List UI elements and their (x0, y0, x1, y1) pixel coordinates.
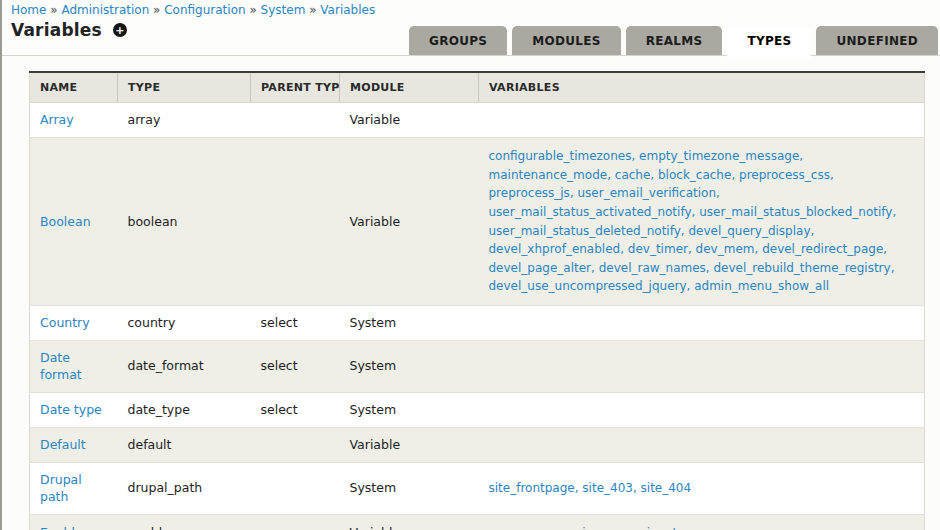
variable-link[interactable]: maintenance_mode (489, 168, 608, 182)
name-cell: Drupal path (30, 463, 118, 515)
variable-type-link[interactable]: Date type (40, 402, 102, 417)
title-row: Variables + (11, 20, 127, 40)
variable-type-link[interactable]: Date format (40, 350, 82, 381)
variable-link[interactable]: user_mail_status_activated_notify (489, 205, 692, 219)
table-row: Drupal pathdrupal_pathSystemsite_frontpa… (30, 463, 925, 515)
column-header: VARIABLES (479, 72, 925, 103)
name-cell: Date format (30, 341, 118, 393)
module-cell: System (340, 306, 479, 341)
tab-types[interactable]: TYPES (727, 26, 811, 59)
table-body: ArrayarrayVariableBooleanbooleanVariable… (30, 103, 925, 530)
breadcrumb-separator: » (46, 3, 61, 17)
type-cell: country (118, 306, 251, 341)
variable-link[interactable]: devel_raw_names (599, 261, 706, 275)
variables-cell: configurable_timezones, empty_timezone_m… (479, 138, 925, 306)
add-icon[interactable]: + (113, 23, 127, 37)
variable-link[interactable]: admin_menu_show_all (694, 279, 829, 293)
variable-type-link[interactable]: Array (40, 112, 74, 127)
name-cell: Array (30, 103, 118, 138)
parent-type-cell: select (251, 392, 340, 427)
variable-link[interactable]: cache (615, 168, 651, 182)
variables-cell: site_frontpage, site_403, site_404 (479, 463, 925, 515)
column-header: PARENT TYPE (251, 72, 340, 103)
variable-link[interactable]: page_compression (489, 526, 601, 530)
variable-type-link[interactable]: Boolean (40, 214, 91, 229)
breadcrumb-separator: » (305, 3, 320, 17)
breadcrumb-link[interactable]: Configuration (164, 3, 245, 17)
variable-link[interactable]: devel_redirect_page (762, 242, 883, 256)
variable-link[interactable]: user_mail_status_deleted_notify (489, 224, 681, 238)
column-header: MODULE (340, 72, 479, 103)
breadcrumb-link[interactable]: Variables (320, 3, 375, 17)
parent-type-cell (251, 103, 340, 138)
variables-cell (479, 392, 925, 427)
variable-link[interactable]: block_cache (658, 168, 731, 182)
module-cell: Variable (340, 103, 479, 138)
variable-type-link[interactable]: Enable (40, 525, 83, 530)
table-row: Date typedate_typeselectSystem (30, 392, 925, 427)
module-cell: Variable (340, 514, 479, 530)
tab-realms[interactable]: REALMS (626, 26, 723, 55)
table-row: Date formatdate_formatselectSystem (30, 341, 925, 393)
tab-undefined[interactable]: UNDEFINED (816, 26, 938, 55)
type-cell: drupal_path (118, 463, 251, 515)
variable-link[interactable]: site_403 (582, 481, 633, 495)
type-cell: date_type (118, 392, 251, 427)
breadcrumb-link[interactable]: System (261, 3, 306, 17)
tab-groups[interactable]: GROUPS (409, 26, 507, 55)
table-header-row: NAMETYPEPARENT TYPEMODULEVARIABLES (30, 72, 925, 103)
module-cell: System (340, 341, 479, 393)
table-row: DefaultdefaultVariable (30, 428, 925, 463)
variable-type-link[interactable]: Default (40, 437, 86, 452)
variable-link[interactable]: site_frontpage (489, 481, 575, 495)
page-title: Variables (11, 20, 102, 40)
variable-link[interactable]: preprocess_js (489, 186, 570, 200)
breadcrumb-separator: » (149, 3, 164, 17)
variable-link[interactable]: devel_xhprof_enabled (489, 242, 621, 256)
variable-link[interactable]: user_email_verification (578, 186, 717, 200)
parent-type-cell (251, 463, 340, 515)
name-cell: Boolean (30, 138, 118, 306)
name-cell: Date type (30, 392, 118, 427)
content-area: NAMETYPEPARENT TYPEMODULEVARIABLES Array… (2, 56, 940, 530)
variable-link[interactable]: dev_timer (628, 242, 688, 256)
page-header: Home » Administration » Configuration » … (2, 0, 940, 56)
variable-link[interactable]: dev_mem (696, 242, 755, 256)
variables-cell (479, 428, 925, 463)
parent-type-cell (251, 138, 340, 306)
name-cell: Default (30, 428, 118, 463)
type-cell: default (118, 428, 251, 463)
variables-table: NAMETYPEPARENT TYPEMODULEVARIABLES Array… (29, 71, 925, 530)
variable-link[interactable]: devel_rebuild_theme_registry (713, 261, 890, 275)
column-header: TYPE (118, 72, 251, 103)
table-row: EnableenableVariablepage_compression, us… (30, 514, 925, 530)
variable-link[interactable]: devel_query_display (688, 224, 810, 238)
variable-link[interactable]: user_mail_status_blocked_notify (699, 205, 892, 219)
variable-link[interactable]: devel_page_alter (489, 261, 592, 275)
variable-link[interactable]: user_signatures (608, 526, 703, 530)
variables-cell (479, 306, 925, 341)
breadcrumb-link[interactable]: Home (11, 3, 46, 17)
variables-cell (479, 341, 925, 393)
breadcrumb-link[interactable]: Administration (61, 3, 149, 17)
variables-cell (479, 103, 925, 138)
table-row: ArrayarrayVariable (30, 103, 925, 138)
module-cell: Variable (340, 428, 479, 463)
tab-modules[interactable]: MODULES (512, 26, 620, 55)
tab-bar: GROUPSMODULESREALMSTYPESUNDEFINED (409, 26, 938, 55)
type-cell: date_format (118, 341, 251, 393)
name-cell: Enable (30, 514, 118, 530)
column-header: NAME (30, 72, 118, 103)
name-cell: Country (30, 306, 118, 341)
table-row: CountrycountryselectSystem (30, 306, 925, 341)
module-cell: System (340, 463, 479, 515)
variable-type-link[interactable]: Country (40, 315, 90, 330)
variable-type-link[interactable]: Drupal path (40, 472, 82, 503)
variable-link[interactable]: empty_timezone_message (639, 149, 799, 163)
variable-link[interactable]: devel_use_uncompressed_jquery (489, 279, 687, 293)
variable-link[interactable]: preprocess_css (739, 168, 830, 182)
variable-link[interactable]: site_404 (641, 481, 692, 495)
parent-type-cell: select (251, 306, 340, 341)
parent-type-cell (251, 428, 340, 463)
variable-link[interactable]: configurable_timezones (489, 149, 632, 163)
